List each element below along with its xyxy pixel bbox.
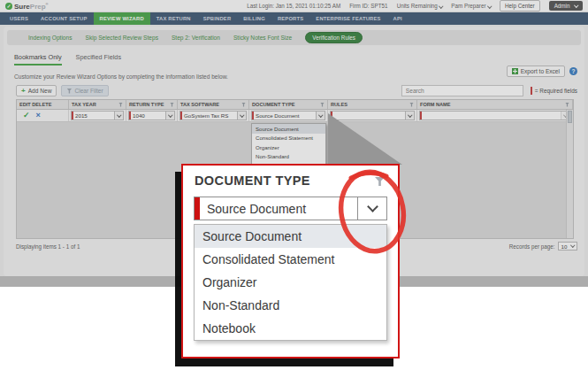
nav-item-reports[interactable]: REPORTS	[271, 12, 309, 25]
logo-light: Prep	[30, 2, 46, 10]
required-fields-note: = Required fields	[531, 87, 577, 95]
filter-funnel-icon[interactable]	[241, 103, 246, 107]
form-name-select[interactable]	[419, 111, 570, 120]
column-header-tax-software[interactable]: TAX SOFTWARE	[178, 100, 249, 109]
search-input[interactable]	[401, 85, 523, 96]
col-label: RULES	[331, 102, 347, 107]
filter-funnel-icon[interactable]	[565, 103, 569, 107]
tax-year-value: 2015	[73, 112, 114, 119]
filter-funnel-icon[interactable]	[118, 103, 123, 107]
subnav-indexing-options[interactable]: Indexing Options	[28, 35, 73, 41]
main-nav: USERS ACCOUNT SETUP REVIEW WIZARD TAX RE…	[0, 12, 588, 25]
document-type-cell: Source Document	[249, 110, 328, 121]
grid-header-row: EDIT DELETE TAX YEAR RETURN TYPE TAX SOF…	[17, 100, 573, 110]
nav-item-review-wizard[interactable]: REVIEW WIZARD	[94, 12, 150, 25]
dropdown-option-consolidated-statement[interactable]: Consolidated Statement	[195, 248, 386, 271]
document-type-value: Source Document	[254, 112, 316, 119]
filter-funnel-icon[interactable]	[320, 103, 325, 107]
dropdown-option-organizer[interactable]: Organizer	[195, 271, 386, 294]
dropdown-option-source-document[interactable]: Source Document	[252, 124, 325, 134]
page-help-button[interactable]: ?	[569, 67, 577, 75]
column-header-return-type[interactable]: RETURN TYPE	[126, 100, 178, 109]
chevron-down-icon[interactable]	[114, 112, 123, 119]
col-label: RETURN TYPE	[129, 102, 164, 107]
delete-x-icon[interactable]: ×	[36, 112, 41, 119]
nav-item-enterprise-features[interactable]: ENTERPRISE FEATURES	[309, 12, 386, 25]
filter-funnel-icon[interactable]	[170, 103, 174, 107]
col-label: DOCUMENT TYPE	[252, 102, 294, 107]
clear-filter-button[interactable]: Clear Filter	[61, 85, 108, 96]
nav-item-api[interactable]: API	[387, 12, 409, 25]
chevron-down-icon[interactable]	[405, 112, 414, 119]
nav-item-account-setup[interactable]: ACCOUNT SETUP	[34, 12, 94, 25]
subnav-sticky-notes-font-size[interactable]: Sticky Notes Font Size	[233, 35, 292, 41]
nav-item-spbinder[interactable]: SPBINDER	[197, 12, 238, 25]
last-login-text: Last Login: Jan 15, 2021 01:10:25 AM	[247, 3, 340, 9]
tax-year-select[interactable]: 2015	[71, 111, 124, 120]
subnav-step2-verification[interactable]: Step 2: Verification	[172, 35, 220, 41]
column-header-tax-year[interactable]: TAX YEAR	[69, 100, 126, 109]
save-check-icon[interactable]: ✓	[23, 112, 30, 119]
column-header-document-type[interactable]: DOCUMENT TYPE	[249, 100, 328, 109]
col-label: EDIT DELETE	[19, 102, 51, 107]
column-header-rules[interactable]: RULES	[328, 100, 417, 109]
top-meta: Last Login: Jan 15, 2021 01:10:25 AM Fir…	[247, 0, 583, 12]
dropdown-option-notebook[interactable]: Notebook	[195, 317, 386, 340]
document-type-callout: DOCUMENT TYPE Source Document Source Doc…	[181, 164, 400, 358]
logo-reg-mark: ®	[46, 2, 49, 6]
dropdown-option-consolidated-statement[interactable]: Consolidated Statement	[252, 134, 325, 143]
callout-open-dropdown: Source Document Consolidated Statement O…	[194, 224, 387, 341]
help-center-button[interactable]: Help Center	[500, 0, 540, 12]
admin-menu-button[interactable]: Admin	[549, 1, 583, 11]
required-note-label: = Required fields	[535, 88, 577, 94]
filter-funnel-icon[interactable]	[409, 103, 414, 107]
records-per-page-select[interactable]: 10	[558, 242, 577, 251]
export-label: Export to Excel	[521, 68, 560, 74]
logo-check-icon: ✓	[5, 3, 12, 10]
dropdown-option-non-standard[interactable]: Non-Standard	[252, 152, 325, 162]
scrollbar-thumb[interactable]	[568, 111, 572, 123]
grid-vertical-scrollbar[interactable]	[566, 110, 573, 238]
chevron-down-icon[interactable]	[316, 112, 325, 119]
rules-select[interactable]	[330, 111, 415, 120]
user-name-label: Pam Preparer	[451, 3, 485, 9]
user-menu[interactable]: Pam Preparer	[451, 3, 491, 9]
document-type-select[interactable]: Source Document	[251, 111, 325, 120]
nav-item-billing[interactable]: BILLING	[237, 12, 271, 25]
row-actions-cell: ✓ ×	[17, 110, 69, 121]
dropdown-option-source-document[interactable]: Source Document	[195, 225, 386, 248]
tax-software-cell: GoSystem Tax RS	[178, 110, 249, 121]
chevron-down-icon[interactable]	[165, 112, 174, 119]
column-header-form-name[interactable]: FORM NAME	[417, 100, 573, 109]
tax-software-value: GoSystem Tax RS	[182, 112, 237, 119]
logo-text: SurePrep®	[14, 2, 49, 11]
nav-item-users[interactable]: USERS	[4, 12, 34, 25]
return-type-value: 1040	[131, 112, 165, 119]
tab-bookmarks-only[interactable]: Bookmarks Only	[14, 53, 62, 66]
admin-label: Admin	[554, 3, 570, 9]
tax-year-cell: 2015	[69, 110, 126, 121]
subnav-verification-rules-active[interactable]: Verification Rules	[305, 32, 363, 43]
add-new-button[interactable]: + Add New	[16, 85, 57, 96]
tab-specified-fields[interactable]: Specified Fields	[76, 53, 122, 66]
dropdown-option-organizer[interactable]: Organizer	[252, 143, 325, 152]
units-remaining-dropdown[interactable]: Units Remaining	[397, 3, 443, 9]
rules-cell	[328, 110, 417, 121]
export-to-excel-button[interactable]: Export to Excel	[507, 66, 565, 77]
tax-software-select[interactable]: GoSystem Tax RS	[179, 111, 247, 120]
top-header-bar: ✓ SurePrep® Last Login: Jan 15, 2021 01:…	[0, 0, 588, 12]
chevron-down-icon[interactable]	[237, 112, 246, 119]
dropdown-option-non-standard[interactable]: Non-Standard	[195, 294, 386, 317]
chevron-down-icon	[487, 4, 492, 8]
records-per-page-label: Records per page:	[509, 243, 555, 250]
rules-value	[332, 112, 405, 119]
form-name-value	[422, 112, 561, 119]
return-type-select[interactable]: 1040	[128, 111, 175, 120]
records-per-page-value: 10	[561, 243, 568, 250]
callout-dropdown-button[interactable]	[357, 197, 386, 220]
subnav-skip-selected-review-steps[interactable]: Skip Selected Review Steps	[86, 35, 158, 41]
column-header-edit-delete: EDIT DELETE	[17, 100, 69, 109]
nav-item-tax-return[interactable]: TAX RETURN	[150, 12, 197, 25]
screenshot-root: ✓ SurePrep® Last Login: Jan 15, 2021 01:…	[0, 0, 588, 370]
callout-document-type-select[interactable]: Source Document	[194, 197, 387, 220]
